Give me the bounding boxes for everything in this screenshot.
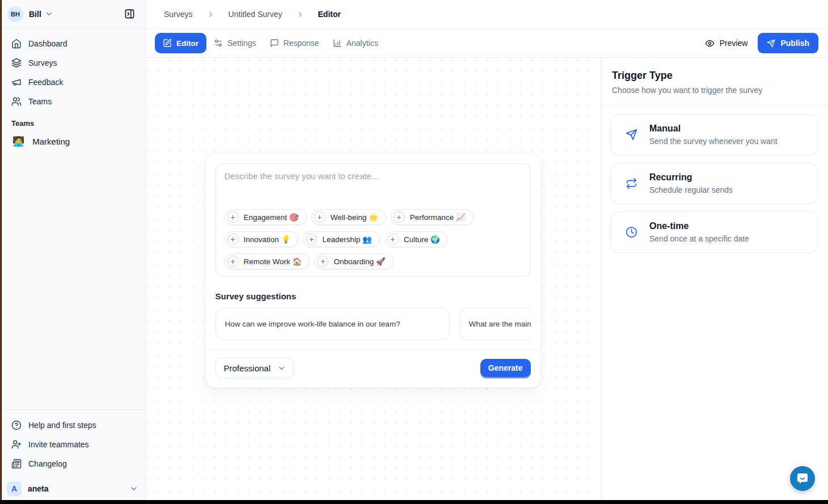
chip-leadership[interactable]: Leadership 👥 [303, 231, 379, 247]
sidebar-item-label: Teams [28, 97, 52, 106]
trigger-option-one-time[interactable]: One-time Send once at a specific date [611, 211, 818, 253]
sidebar-item-label: Help and first steps [28, 421, 96, 430]
editor-canvas[interactable]: Engagement 🎯 Well-being 🌟 Performance 📈 [146, 58, 600, 504]
tone-select-value: Professional [224, 363, 271, 373]
sidebar: BH Bill Dashboard Surv [0, 0, 146, 504]
tab-editor[interactable]: Editor [155, 33, 206, 53]
trigger-option-title: One-time [649, 221, 749, 231]
chip-onboarding[interactable]: Onboarding 🚀 [314, 253, 393, 269]
chip-innovation[interactable]: Innovation 💡 [225, 231, 299, 247]
breadcrumb-surveys[interactable]: Surveys [164, 10, 193, 19]
panel-title: Trigger Type [612, 70, 817, 82]
panel-header: Trigger Type Choose how you want to trig… [601, 58, 828, 105]
chip-engagement[interactable]: Engagement 🎯 [225, 209, 307, 225]
sidebar-item-feedback[interactable]: Feedback [5, 73, 141, 92]
suggestion-card[interactable]: What are the main ob [459, 308, 531, 340]
preview-button[interactable]: Preview [705, 39, 748, 48]
home-icon [11, 39, 22, 49]
sidebar-item-label: Invite teammates [28, 440, 89, 449]
send-icon [626, 129, 637, 141]
tab-settings[interactable]: Settings [208, 33, 263, 53]
help-circle-icon [11, 420, 22, 430]
panel-subtitle: Choose how you want to trigger the surve… [612, 86, 817, 95]
sidebar-item-dashboard[interactable]: Dashboard [5, 34, 141, 53]
sidebar-item-label: Surveys [28, 58, 57, 67]
chip-label: Leadership 👥 [322, 235, 371, 244]
megaphone-icon [11, 77, 22, 87]
trigger-option-title: Recurring [649, 172, 733, 183]
chip-label: Performance 📈 [410, 213, 466, 222]
trigger-option-description: Schedule regular sends [649, 185, 733, 194]
tab-label: Analytics [347, 39, 378, 48]
plus-icon [317, 256, 328, 267]
sidebar-team-marketing[interactable]: 🧑‍💻 Marketing [5, 131, 141, 151]
survey-prompt-input[interactable] [225, 171, 522, 209]
sidebar-item-invite[interactable]: Invite teammates [5, 435, 141, 454]
app-window: BH Bill Dashboard Surv [0, 0, 828, 504]
suggestion-card[interactable]: How can we improve work-life balance in … [216, 308, 450, 340]
chip-remote-work[interactable]: Remote Work 🏠 [225, 253, 310, 269]
bar-chart-icon [333, 39, 342, 48]
plus-icon [306, 234, 317, 245]
trigger-option-description: Send once at a specific date [649, 234, 749, 243]
chip-performance[interactable]: Performance 📈 [391, 209, 474, 225]
chip-culture[interactable]: Culture 🌍 [385, 231, 448, 247]
plus-icon [314, 211, 326, 223]
account-avatar: A [7, 481, 22, 496]
composer-footer: Professional Generate [216, 350, 531, 378]
send-icon [767, 39, 775, 48]
settings-icon [214, 39, 223, 48]
plus-icon [387, 234, 399, 245]
content-row: Engagement 🎯 Well-being 🌟 Performance 📈 [146, 58, 828, 504]
plus-icon [227, 234, 239, 245]
tab-label: Response [284, 39, 319, 48]
chevron-down-icon [277, 364, 286, 372]
chip-label: Culture 🌍 [404, 235, 440, 244]
tab-analytics[interactable]: Analytics [327, 33, 385, 53]
trigger-option-description: Send the survey whenever you want [649, 137, 778, 146]
breadcrumb: Surveys Untitled Survey Editor [146, 0, 828, 29]
sidebar-item-teams[interactable]: Teams [5, 92, 141, 111]
toolbar-actions: Preview Publish [705, 33, 818, 53]
survey-composer-card: Engagement 🎯 Well-being 🌟 Performance 📈 [205, 153, 541, 388]
screen-bottom-edge [0, 500, 828, 504]
screen-left-edge [0, 0, 2, 504]
layers-icon [11, 58, 22, 68]
chat-launcher-button[interactable] [790, 466, 815, 491]
collapse-sidebar-button[interactable] [121, 6, 138, 23]
trigger-option-recurring[interactable]: Recurring Schedule regular sends [611, 163, 818, 204]
sidebar-item-label: Feedback [28, 78, 63, 87]
breadcrumb-untitled-survey[interactable]: Untitled Survey [229, 10, 282, 19]
workspace-switcher[interactable]: BH Bill [0, 0, 145, 28]
trigger-option-text: One-time Send once at a specific date [649, 221, 749, 243]
tab-label: Editor [176, 39, 198, 48]
main-area: Surveys Untitled Survey Editor Editor [146, 0, 828, 504]
plus-icon [227, 256, 239, 267]
tone-select[interactable]: Professional [216, 358, 295, 378]
team-label: Marketing [32, 137, 70, 146]
suggestions-row: How can we improve work-life balance in … [216, 308, 531, 340]
sidebar-item-help[interactable]: Help and first steps [5, 416, 141, 435]
user-plus-icon [11, 439, 22, 450]
trigger-option-title: Manual [649, 124, 778, 134]
repeat-icon [626, 177, 637, 189]
sidebar-item-surveys[interactable]: Surveys [5, 53, 141, 73]
chevron-down-icon [45, 10, 53, 18]
chip-well-being[interactable]: Well-being 🌟 [311, 209, 386, 225]
account-name: aneta [28, 484, 49, 493]
plus-icon [394, 211, 405, 223]
sidebar-item-label: Changelog [28, 459, 67, 468]
panel-collapse-icon [124, 9, 135, 19]
tab-label: Settings [227, 39, 256, 48]
publish-button[interactable]: Publish [758, 33, 818, 53]
chevron-down-icon [129, 484, 138, 493]
message-square-icon [270, 39, 279, 48]
workspace-avatar: BH [7, 6, 23, 22]
trigger-option-text: Manual Send the survey whenever you want [649, 124, 778, 146]
generate-button[interactable]: Generate [480, 359, 531, 377]
publish-label: Publish [780, 39, 809, 48]
sidebar-item-changelog[interactable]: Changelog [5, 454, 141, 473]
trigger-option-manual[interactable]: Manual Send the survey whenever you want [611, 114, 818, 155]
topic-chips: Engagement 🎯 Well-being 🌟 Performance 📈 [225, 209, 522, 269]
tab-response[interactable]: Response [264, 33, 326, 53]
